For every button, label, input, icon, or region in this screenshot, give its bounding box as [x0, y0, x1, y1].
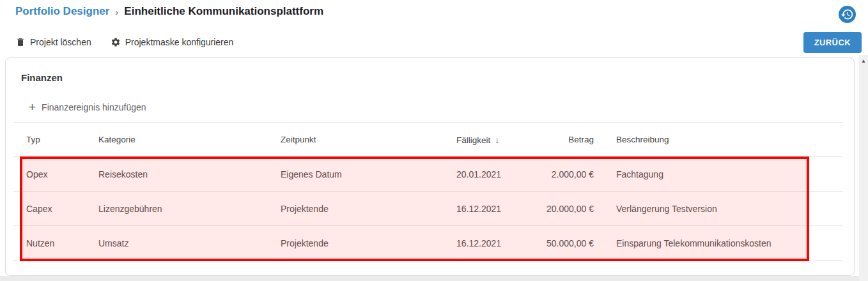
cell-zeitpunkt: Projektende	[281, 238, 456, 248]
gear-icon	[111, 37, 121, 47]
delete-project-label: Projekt löschen	[30, 37, 91, 47]
toolbar: Projekt löschen Projektmaske konfigurier…	[0, 28, 868, 52]
top-bar: Portfolio Designer › Einheitliche Kommun…	[0, 0, 868, 28]
table-header-row: Typ Kategorie Zeitpunkt Fälligkeit↓ Betr…	[13, 123, 843, 157]
cell-kategorie: Reisekosten	[98, 169, 281, 179]
cell-faelligkeit: 16.12.2021	[456, 204, 527, 214]
configure-project-mask-button[interactable]: Projektmaske konfigurieren	[111, 37, 234, 47]
column-header-zeitpunkt[interactable]: Zeitpunkt	[281, 135, 456, 144]
history-button[interactable]	[839, 6, 856, 23]
add-finance-event-button[interactable]: + Finanzereignis hinzufügen	[29, 102, 146, 112]
table-row[interactable]: Nutzen Umsatz Projektende 16.12.2021 50.…	[13, 226, 843, 261]
cell-typ: Nutzen	[26, 238, 98, 248]
back-button[interactable]: ZURÜCK	[803, 32, 862, 53]
breadcrumb: Portfolio Designer › Einheitliche Kommun…	[15, 5, 323, 18]
trash-icon	[15, 37, 26, 47]
history-restore-icon	[841, 8, 854, 21]
cell-betrag: 2.000,00 €	[527, 169, 594, 179]
table-row[interactable]: Opex Reisekosten Eigenes Datum 20.01.202…	[13, 157, 843, 192]
finance-events-table: Typ Kategorie Zeitpunkt Fälligkeit↓ Betr…	[13, 123, 843, 261]
finances-panel: Finanzen + Finanzereignis hinzufügen Typ…	[5, 57, 855, 276]
column-header-faelligkeit[interactable]: Fälligkeit↓	[456, 135, 527, 145]
configure-project-mask-label: Projektmaske konfigurieren	[125, 37, 234, 47]
column-header-typ[interactable]: Typ	[26, 135, 98, 144]
page-background-strip	[0, 276, 868, 281]
breadcrumb-separator: ›	[115, 6, 118, 17]
cell-typ: Capex	[26, 204, 98, 214]
table-row[interactable]: Capex Lizenzgebühren Projektende 16.12.2…	[13, 192, 843, 226]
page-title: Einheitliche Kommunikationsplattform	[124, 5, 323, 18]
section-title: Finanzen	[21, 72, 839, 83]
cell-faelligkeit: 16.12.2021	[456, 238, 527, 248]
cell-beschreibung: Fachtagung	[594, 169, 843, 179]
cell-kategorie: Umsatz	[98, 238, 281, 248]
delete-project-button[interactable]: Projekt löschen	[15, 37, 91, 47]
cell-typ: Opex	[26, 169, 98, 179]
vertical-scrollbar[interactable]: ▲	[859, 55, 868, 281]
table-body: Opex Reisekosten Eigenes Datum 20.01.202…	[13, 157, 843, 261]
cell-zeitpunkt: Projektende	[281, 204, 456, 214]
breadcrumb-portfolio-designer-link[interactable]: Portfolio Designer	[15, 5, 109, 18]
cell-betrag: 50.000,00 €	[527, 238, 594, 248]
plus-icon: +	[29, 103, 36, 112]
cell-zeitpunkt: Eigenes Datum	[281, 169, 456, 179]
column-header-kategorie[interactable]: Kategorie	[98, 135, 281, 144]
add-finance-event-label: Finanzereignis hinzufügen	[42, 102, 146, 112]
arrow-down-icon: ↓	[495, 135, 499, 145]
cell-kategorie: Lizenzgebühren	[98, 204, 281, 214]
cell-betrag: 20.000,00 €	[527, 204, 594, 214]
cell-beschreibung: Einsparung Telekommunikationskosten	[594, 238, 843, 248]
column-header-betrag[interactable]: Betrag	[527, 135, 594, 144]
column-header-beschreibung[interactable]: Beschreibung	[594, 135, 843, 144]
cell-beschreibung: Verlängerung Testversion	[594, 204, 843, 214]
scroll-up-arrow-icon: ▲	[861, 58, 866, 64]
cell-faelligkeit: 20.01.2021	[456, 169, 527, 179]
